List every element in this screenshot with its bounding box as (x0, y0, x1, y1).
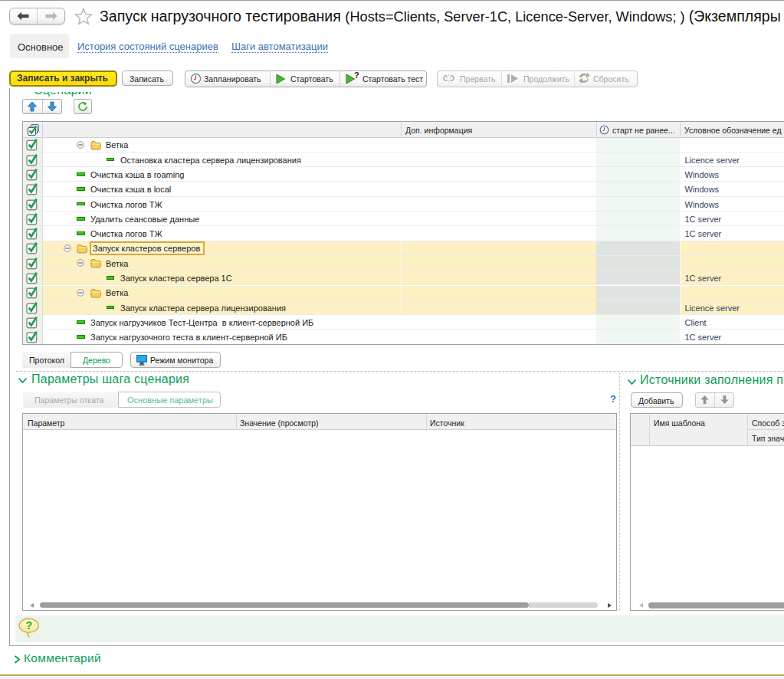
svg-text:?: ? (26, 619, 33, 631)
